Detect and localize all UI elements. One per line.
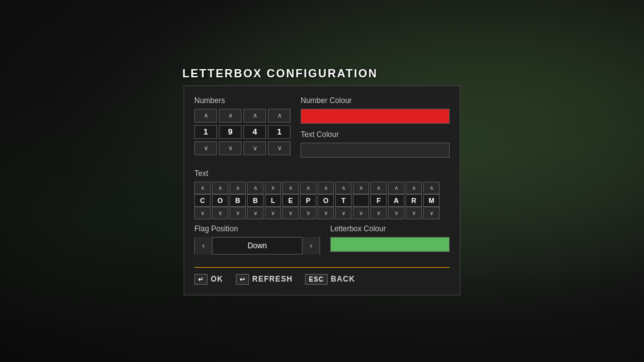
txt-up-13[interactable]: ∧ bbox=[423, 182, 440, 194]
numbers-up-row: ∧ ∧ ∧ ∧ bbox=[194, 109, 291, 123]
flag-left-button[interactable]: ‹ bbox=[195, 237, 213, 255]
txt-down-5[interactable]: ∨ bbox=[282, 207, 299, 219]
refresh-button[interactable]: ↩ REFRESH bbox=[236, 274, 292, 285]
txt-up-10[interactable]: ∧ bbox=[370, 182, 387, 194]
txt-down-4[interactable]: ∨ bbox=[265, 207, 281, 219]
letterbox-colour-label: Letterbox Colour bbox=[330, 224, 450, 233]
txt-down-8[interactable]: ∨ bbox=[335, 207, 352, 219]
back-key: ESC bbox=[305, 274, 328, 285]
txt-up-6[interactable]: ∧ bbox=[300, 182, 316, 194]
txt-up-8[interactable]: ∧ bbox=[335, 182, 352, 194]
txt-down-13[interactable]: ∨ bbox=[423, 207, 440, 219]
txt-up-7[interactable]: ∧ bbox=[318, 182, 334, 194]
txt-val-9 bbox=[353, 194, 369, 207]
txt-val-4: L bbox=[265, 194, 281, 207]
refresh-key: ↩ bbox=[236, 274, 249, 285]
flag-section: Flag Position ‹ Down › bbox=[194, 224, 320, 255]
txt-down-9[interactable]: ∨ bbox=[353, 207, 369, 219]
num-down-0[interactable]: ∨ bbox=[194, 141, 217, 155]
num-down-3[interactable]: ∨ bbox=[268, 141, 291, 155]
letterbox-colour-swatch[interactable] bbox=[330, 237, 450, 252]
ok-key: ↵ bbox=[194, 274, 208, 285]
bottom-bar: ↵ OK ↩ REFRESH ESC BACK bbox=[194, 267, 450, 285]
txt-up-2[interactable]: ∧ bbox=[230, 182, 246, 194]
num-up-3[interactable]: ∧ bbox=[268, 109, 291, 123]
num-up-0[interactable]: ∧ bbox=[194, 109, 217, 123]
number-colour-label: Number Colour bbox=[301, 96, 450, 105]
txt-up-9[interactable]: ∧ bbox=[353, 182, 369, 194]
text-value-row: C O B B L E P O T F A R M bbox=[194, 194, 450, 207]
txt-down-7[interactable]: ∨ bbox=[318, 207, 334, 219]
txt-down-0[interactable]: ∨ bbox=[194, 207, 211, 219]
text-colour-swatch[interactable] bbox=[301, 143, 450, 158]
txt-val-11: A bbox=[388, 194, 404, 207]
num-down-1[interactable]: ∨ bbox=[219, 141, 242, 155]
numbers-value-row: 1 9 4 1 bbox=[194, 125, 291, 139]
numbers-section: Numbers ∧ ∧ ∧ ∧ 1 9 4 1 bbox=[194, 96, 291, 164]
txt-down-10[interactable]: ∨ bbox=[370, 207, 387, 219]
numbers-label: Numbers bbox=[194, 96, 291, 105]
back-label: BACK bbox=[331, 275, 355, 283]
num-val-1: 9 bbox=[219, 125, 242, 139]
txt-up-4[interactable]: ∧ bbox=[265, 182, 281, 194]
num-down-2[interactable]: ∨ bbox=[243, 141, 266, 155]
back-button[interactable]: ESC BACK bbox=[305, 274, 355, 285]
txt-val-3: B bbox=[247, 194, 264, 207]
txt-down-6[interactable]: ∨ bbox=[300, 207, 316, 219]
text-label: Text bbox=[194, 169, 450, 178]
txt-val-13: M bbox=[423, 194, 440, 207]
refresh-label: REFRESH bbox=[252, 275, 292, 283]
txt-down-12[interactable]: ∨ bbox=[406, 207, 422, 219]
txt-up-3[interactable]: ∧ bbox=[247, 182, 264, 194]
txt-up-5[interactable]: ∧ bbox=[282, 182, 299, 194]
number-colour-swatch[interactable] bbox=[301, 109, 450, 124]
flag-colour-row: Flag Position ‹ Down › Letterbox Colour bbox=[194, 224, 450, 258]
txt-up-11[interactable]: ∧ bbox=[388, 182, 404, 194]
flag-right-button[interactable]: › bbox=[302, 237, 319, 255]
txt-down-1[interactable]: ∨ bbox=[212, 207, 228, 219]
flag-nav: ‹ Down › bbox=[194, 237, 320, 255]
num-val-2: 4 bbox=[243, 125, 266, 139]
txt-val-5: E bbox=[282, 194, 299, 207]
txt-val-10: F bbox=[370, 194, 387, 207]
colour-section: Number Colour Text Colour bbox=[301, 96, 450, 164]
txt-val-6: P bbox=[300, 194, 316, 207]
txt-val-2: B bbox=[230, 194, 246, 207]
dialog: Numbers ∧ ∧ ∧ ∧ 1 9 4 1 bbox=[184, 85, 460, 295]
num-val-3: 1 bbox=[268, 125, 291, 139]
ok-button[interactable]: ↵ OK bbox=[194, 274, 223, 285]
txt-up-0[interactable]: ∧ bbox=[194, 182, 211, 194]
txt-val-12: R bbox=[406, 194, 422, 207]
text-up-row: ∧ ∧ ∧ ∧ ∧ ∧ ∧ ∧ ∧ ∧ ∧ ∧ ∧ ∧ bbox=[194, 182, 450, 194]
txt-val-7: O bbox=[318, 194, 334, 207]
txt-down-2[interactable]: ∨ bbox=[230, 207, 246, 219]
ok-label: OK bbox=[211, 275, 223, 283]
letterbox-colour-section: Letterbox Colour bbox=[330, 224, 450, 258]
text-section: Text ∧ ∧ ∧ ∧ ∧ ∧ ∧ ∧ ∧ ∧ ∧ ∧ ∧ ∧ bbox=[194, 169, 450, 219]
txt-val-1: O bbox=[212, 194, 228, 207]
text-down-row: ∨ ∨ ∨ ∨ ∨ ∨ ∨ ∨ ∨ ∨ ∨ ∨ ∨ ∨ bbox=[194, 207, 450, 219]
txt-val-8: T bbox=[335, 194, 352, 207]
text-colour-label: Text Colour bbox=[301, 130, 450, 139]
num-up-2[interactable]: ∧ bbox=[243, 109, 266, 123]
txt-up-1[interactable]: ∧ bbox=[212, 182, 228, 194]
flag-position-label: Flag Position bbox=[194, 224, 320, 233]
flag-value: Down bbox=[213, 241, 302, 250]
num-val-0: 1 bbox=[194, 125, 217, 139]
numbers-down-row: ∨ ∨ ∨ ∨ bbox=[194, 141, 291, 155]
page-title: LETTERBOX CONFIGURATION bbox=[182, 67, 378, 80]
num-up-1[interactable]: ∧ bbox=[219, 109, 242, 123]
txt-down-11[interactable]: ∨ bbox=[388, 207, 404, 219]
txt-up-12[interactable]: ∧ bbox=[406, 182, 422, 194]
txt-down-3[interactable]: ∨ bbox=[247, 207, 264, 219]
txt-val-0: C bbox=[194, 194, 211, 207]
